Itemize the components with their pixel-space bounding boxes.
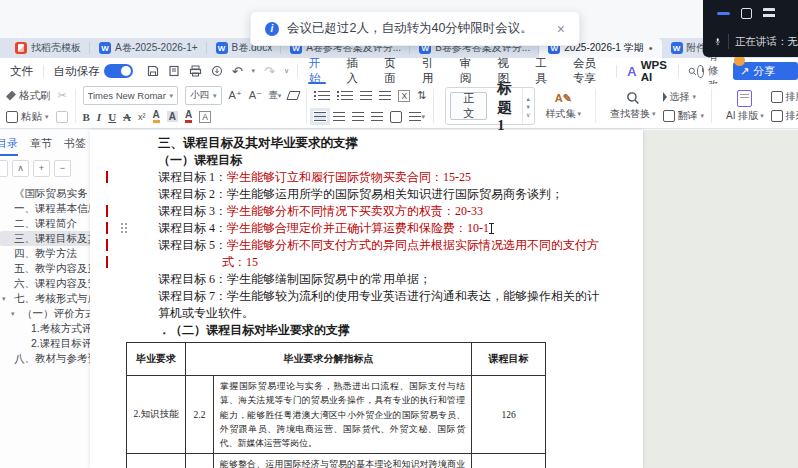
printer-icon[interactable] xyxy=(189,65,202,77)
clear-format-icon[interactable] xyxy=(287,91,301,100)
paragraph-drag-handle[interactable] xyxy=(120,222,128,234)
course-objective-7: 课程目标 7：学生能够较为流利的使用专业英语进行沟通和表达，能够操作相关的计算机… xyxy=(158,288,608,322)
decrease-indent-button[interactable] xyxy=(360,91,372,100)
menu-insert[interactable]: 插入 xyxy=(336,58,374,84)
scroll-down-icon[interactable]: ▾ xyxy=(526,103,531,110)
find-replace-button[interactable]: 查找替换▾ xyxy=(603,91,663,121)
tab-doc-a[interactable]: W A卷-2025-2026-1+ xyxy=(90,38,207,58)
underline-button[interactable]: U xyxy=(108,111,116,123)
menu-references[interactable]: 引用 xyxy=(411,58,449,84)
tab-toc[interactable]: 目录 xyxy=(0,130,24,156)
strikethrough-button[interactable]: A xyxy=(123,111,131,123)
restore-icon[interactable] xyxy=(741,8,752,19)
style-pen-icon: A✎ xyxy=(555,92,572,105)
export-icon[interactable] xyxy=(211,65,223,77)
course-objective-2: 课程目标 2：学生能够运用所学的国际贸易相关知识进行国际贸易商务谈判； xyxy=(158,186,608,203)
menu-wps-ai[interactable]: A WPS AI xyxy=(616,58,678,84)
sort-button[interactable]: ⇅ xyxy=(417,89,426,102)
layout-list-icon[interactable] xyxy=(763,8,775,18)
prev-heading-button[interactable] xyxy=(0,160,8,177)
meeting-overlay: 正在讲话：无 xyxy=(703,0,798,57)
translate-icon xyxy=(663,110,675,122)
layout-icon xyxy=(771,91,783,103)
chevron-down-icon[interactable]: ▾ xyxy=(2,291,6,306)
bold-button[interactable]: B xyxy=(83,111,90,123)
translate-button[interactable]: 翻译 ▾ xyxy=(663,108,705,124)
expand-all-button[interactable]: + xyxy=(33,160,50,177)
search-icon xyxy=(626,91,640,105)
italic-button[interactable]: I xyxy=(97,111,101,123)
autosave-toggle[interactable] xyxy=(104,64,133,78)
menu-page[interactable]: 页面 xyxy=(373,58,411,84)
char-shading-button[interactable]: A xyxy=(167,111,178,122)
print-preview-icon[interactable] xyxy=(168,65,180,77)
revision-bar xyxy=(106,222,108,234)
style-heading1[interactable]: 标题 1 xyxy=(487,91,522,121)
style-normal[interactable]: 正文 xyxy=(450,92,487,120)
close-icon[interactable]: × xyxy=(557,21,565,37)
search-icon[interactable] xyxy=(688,65,697,78)
content-area: 目录 章节 书签 查找和替换 × ∧ + − ✦ AI识别目录 《国际贸易实务（… xyxy=(0,130,798,468)
menu-tools[interactable]: 工具 xyxy=(524,58,562,84)
wps-ai-icon: A xyxy=(627,64,636,79)
undo-dropdown-icon[interactable]: ▾ xyxy=(252,67,256,75)
layout-button[interactable]: 排版 ▾ xyxy=(771,89,798,105)
char-border-button[interactable]: A xyxy=(199,111,211,123)
font-name-select[interactable]: Times New Romar ▾ xyxy=(83,86,179,105)
brush-icon xyxy=(6,91,16,101)
align-justify-button[interactable] xyxy=(371,112,383,121)
style-set-button[interactable]: A✎ 样式集▾ xyxy=(539,92,589,121)
menu-file[interactable]: 文件 xyxy=(0,64,43,79)
menu-review[interactable]: 审阅 xyxy=(449,58,487,84)
qat-more-icon[interactable]: ∨ xyxy=(284,67,289,75)
distribute-button[interactable] xyxy=(390,111,402,123)
revision-bar xyxy=(106,205,108,217)
minimize-icon[interactable] xyxy=(717,12,730,15)
font-color-button[interactable]: A xyxy=(185,110,192,123)
tab-bookmarks[interactable]: 书签 xyxy=(58,130,92,156)
microphone-icon[interactable] xyxy=(715,34,721,49)
line-spacing-button[interactable]: ▾ xyxy=(409,112,425,121)
document-page[interactable]: 三、课程目标及其对毕业要求的支撑 （一）课程目标 课程目标 1：学生能够订立和履… xyxy=(90,130,643,468)
col-header-indicator: 毕业要求分解指标点 xyxy=(186,343,472,376)
tab-docer-templates[interactable]: 找稻壳模板 xyxy=(6,38,90,58)
text-tools-button[interactable]: 壹 ▾ xyxy=(269,89,282,102)
style-gallery-scroll[interactable]: ▴ ▾ ∨ xyxy=(522,88,534,124)
menu-home[interactable]: 开始 xyxy=(298,58,336,84)
undo-icon[interactable]: ↶ xyxy=(232,64,243,79)
course-objective-3: 课程目标 3：学生能够分析不同情况下买卖双方的权责：20-33 xyxy=(158,203,608,220)
gallery-more-icon[interactable]: ∨ xyxy=(526,111,531,118)
save-icon[interactable] xyxy=(147,65,159,77)
collapse-button[interactable]: ∧ xyxy=(12,160,29,177)
highlight-color-button[interactable]: A xyxy=(153,110,160,123)
increase-indent-button[interactable] xyxy=(379,91,391,100)
align-left-button[interactable] xyxy=(314,112,326,121)
info-icon: i xyxy=(265,22,279,36)
superscript-button[interactable]: x² xyxy=(138,112,146,122)
select-button[interactable]: 选择 ▾ xyxy=(663,89,705,105)
redo-icon: ↷ xyxy=(264,64,275,79)
collapse-all-button[interactable]: − xyxy=(54,160,71,177)
font-size-select[interactable]: 小四 ▾ xyxy=(185,86,222,105)
revision-bar xyxy=(106,239,108,251)
bullet-list-button[interactable] xyxy=(318,91,330,100)
align-center-button[interactable] xyxy=(333,112,345,121)
text-layout-button[interactable]: X xyxy=(398,90,410,102)
shrink-font-button[interactable]: A⁻ xyxy=(249,89,262,102)
grow-font-button[interactable]: A⁺ xyxy=(229,89,242,102)
arrange-button[interactable]: 排列 ▾ xyxy=(771,108,798,124)
paste-button[interactable]: 粘贴 ▾ xyxy=(6,110,49,124)
numbered-list-button[interactable] xyxy=(341,91,353,100)
format-painter-button[interactable]: 格式刷 xyxy=(6,89,51,103)
history-icon xyxy=(697,65,705,78)
tab-chapters[interactable]: 章节 xyxy=(24,130,58,156)
cursor-icon xyxy=(663,92,667,102)
menu-member[interactable]: 会员专享 xyxy=(562,58,616,84)
chevron-down-icon[interactable]: ▾ xyxy=(11,306,15,321)
share-label: 分享 xyxy=(753,64,775,79)
document-body[interactable]: 三、课程目标及其对毕业要求的支撑 （一）课程目标 课程目标 1：学生能够订立和履… xyxy=(90,130,643,339)
align-right-button[interactable] xyxy=(352,112,364,121)
scroll-up-icon[interactable]: ▴ xyxy=(526,95,531,102)
ai-layout-button[interactable]: AI 排版▾ xyxy=(719,90,771,123)
autosave-label: 自动保存 xyxy=(44,64,100,79)
